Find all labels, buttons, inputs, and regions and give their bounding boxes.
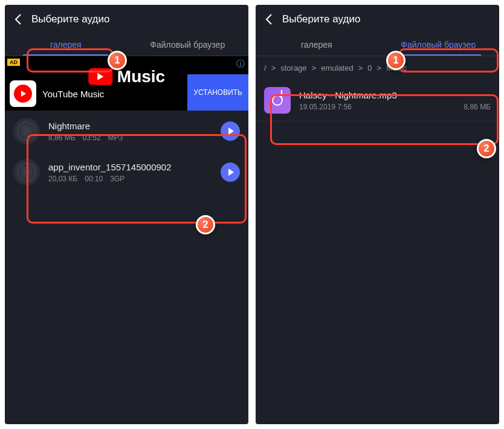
tab-file-browser[interactable]: Файловый браузер — [127, 34, 249, 56]
install-button[interactable]: УСТАНОВИТЬ — [187, 74, 248, 111]
ad-label: AD — [7, 59, 20, 66]
note-icon — [272, 95, 283, 106]
audio-name: Nightmare — [48, 121, 212, 131]
list-item[interactable]: Nightmare 8,86 МБ 03:52 MP3 — [5, 111, 248, 152]
badge-2: 2 — [477, 139, 496, 158]
back-icon[interactable] — [263, 13, 275, 25]
list-item[interactable]: app_inventor_1557145000902 20,03 КБ 00:1… — [5, 152, 248, 193]
music-file-icon — [264, 87, 291, 114]
audio-list: Nightmare 8,86 МБ 03:52 MP3 app_inventor… — [5, 111, 248, 193]
youtube-music-icon — [14, 85, 32, 103]
page-title: Выберите аудио — [282, 13, 360, 25]
audio-info: app_inventor_1557145000902 20,03 КБ 00:1… — [48, 162, 212, 183]
audio-info: Nightmare 8,86 МБ 03:52 MP3 — [48, 121, 212, 142]
ad-app-icon — [10, 80, 36, 107]
disc-icon — [13, 159, 40, 185]
file-meta: 19.05.2019 7:56 8,86 МБ — [299, 103, 491, 111]
back-icon[interactable] — [12, 13, 24, 25]
file-item[interactable]: Halsey - Nightmare.mp3 19.05.2019 7:56 8… — [256, 80, 499, 121]
tab-gallery[interactable]: галерея — [5, 34, 127, 56]
badge-1: 1 — [108, 51, 127, 70]
audio-meta: 8,86 МБ 03:52 MP3 — [48, 134, 212, 142]
badge-2: 2 — [196, 215, 215, 234]
tabs: галерея Файловый браузер — [5, 34, 248, 56]
tab-gallery[interactable]: галерея — [256, 34, 378, 56]
play-button[interactable] — [221, 163, 240, 182]
badge-1: 1 — [386, 51, 405, 70]
ad-banner[interactable]: AD ⓘ Music YouTube Music УСТАНОВИТЬ — [5, 56, 248, 111]
header: Выберите аудио — [5, 5, 248, 34]
right-screenshot: Выберите аудио галерея Файловый браузер … — [256, 5, 499, 424]
file-name: Halsey - Nightmare.mp3 — [299, 90, 491, 100]
page-title: Выберите аудио — [31, 13, 109, 25]
disc-icon — [13, 118, 40, 144]
audio-meta: 20,03 КБ 00:10 3GP — [48, 175, 212, 183]
tabs: галерея Файловый браузер — [256, 34, 499, 56]
left-screenshot: Выберите аудио галерея Файловый браузер … — [5, 5, 248, 424]
ad-info-icon[interactable]: ⓘ — [236, 59, 245, 69]
file-info: Halsey - Nightmare.mp3 19.05.2019 7:56 8… — [299, 90, 491, 111]
breadcrumb[interactable]: / > storage > emulated > 0 > Music — [256, 56, 499, 80]
audio-name: app_inventor_1557145000902 — [48, 162, 212, 172]
play-button[interactable] — [221, 121, 240, 141]
header: Выберите аудио — [256, 5, 499, 34]
